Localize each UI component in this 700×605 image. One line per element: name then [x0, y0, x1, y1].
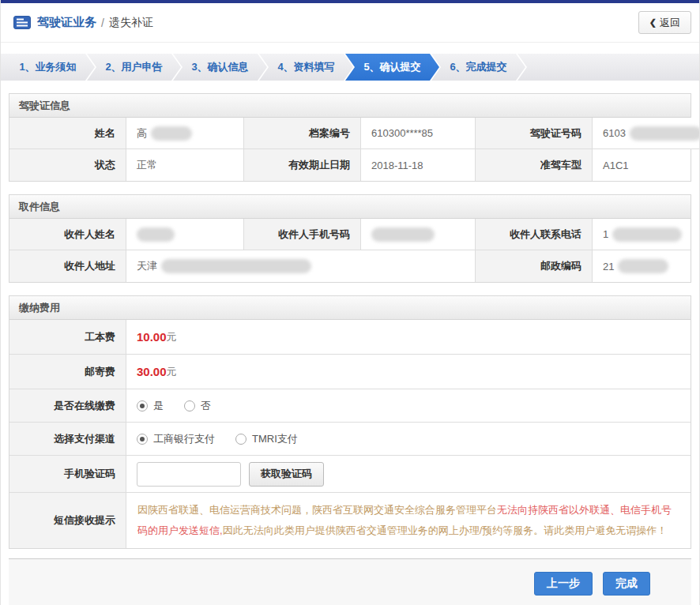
radio-label-icbc: 工商银行支付	[153, 432, 215, 446]
fee-row-card: 工本费 10.00 元	[9, 320, 691, 355]
form-list-icon	[13, 16, 31, 29]
radio-label-no: 否	[201, 399, 211, 413]
field-value-card-fee: 10.00 元	[126, 320, 691, 355]
field-label-vehicle-class: 准驾车型	[476, 149, 593, 181]
pickup-table-row: 收件人姓名 收件人手机号码 收件人联系电话 1	[9, 219, 691, 250]
radio-circle-icon	[184, 400, 195, 411]
field-value-mail-fee: 30.00 元	[126, 355, 691, 389]
radio-online-pay-yes[interactable]: 是	[137, 399, 164, 413]
redaction-blur	[618, 259, 668, 273]
field-value-postcode: 21	[593, 250, 691, 282]
field-label-expiry-date: 有效期止日期	[244, 149, 361, 181]
field-value-file-number: 610300****85	[361, 118, 476, 149]
breadcrumb-divider: /	[101, 17, 104, 29]
radio-circle-icon	[137, 400, 148, 411]
field-label-recipient-mobile: 收件人手机号码	[244, 219, 361, 250]
radio-channel-tmri[interactable]: TMRI支付	[235, 432, 298, 446]
pickup-section-title: 取件信息	[9, 195, 691, 219]
sms-code-input[interactable]	[137, 462, 241, 487]
field-label-name: 姓名	[9, 118, 126, 149]
field-label-status: 状态	[9, 149, 126, 181]
mail-fee-unit: 元	[167, 365, 177, 379]
recipient-address-text: 天津	[137, 259, 157, 273]
field-label-online-pay: 是否在线缴费	[9, 389, 126, 423]
field-label-postcode: 邮政编码	[476, 250, 593, 282]
field-label-sms-code: 手机验证码	[9, 456, 126, 493]
radio-label-tmri: TMRI支付	[252, 432, 298, 446]
step-tab-3[interactable]: 3、确认信息	[173, 54, 267, 81]
previous-step-button[interactable]: 上一步	[534, 572, 593, 596]
field-label-recipient-address: 收件人地址	[9, 250, 126, 282]
footer-action-bar: 上一步 完成	[9, 558, 691, 605]
field-value-status: 正常	[126, 149, 244, 181]
notice-segment: 因此无法向此类用户提供陕西省交通管理业务的网上办理/预约等服务。请此类用户避免无…	[223, 524, 668, 536]
field-value-recipient-mobile	[361, 219, 476, 250]
back-chevron-icon: ❮	[649, 17, 657, 28]
postcode-text: 21	[603, 261, 614, 272]
field-value-pay-channel: 工商银行支付 TMRI支付	[126, 423, 691, 456]
card-fee-unit: 元	[167, 330, 177, 344]
field-label-recipient-name: 收件人姓名	[9, 219, 126, 250]
step-tab-1[interactable]: 1、业务须知	[1, 54, 95, 81]
field-value-vehicle-class: A1C1	[593, 149, 691, 181]
field-label-mail-fee: 邮寄费	[9, 355, 126, 389]
field-label-sms-notice: 短信接收提示	[9, 493, 126, 548]
sms-notice-text: 因陕西省联通、电信运营商技术问题，陕西省互联网交通安全综合服务管理平台无法向持陕…	[126, 493, 691, 548]
field-value-recipient-name	[126, 219, 244, 250]
field-value-license-number: 6103	[593, 118, 700, 149]
back-button-label: 返回	[660, 16, 680, 30]
status-text: 正常	[137, 158, 157, 172]
file-number-text: 610300****85	[371, 127, 433, 139]
step-progress-bar: 1、业务须知 2、用户申告 3、确认信息 4、资料填写 5、确认提交 6、完成提…	[1, 54, 699, 81]
fee-row-mail: 邮寄费 30.00 元	[9, 355, 691, 389]
redaction-blur	[161, 259, 311, 273]
field-value-recipient-address: 天津	[126, 250, 476, 282]
page-header: 驾驶证业务 / 遗失补证 ❮ 返回	[1, 3, 699, 43]
fees-section-title: 缴纳费用	[9, 296, 691, 320]
fee-row-channel: 选择支付渠道 工商银行支付 TMRI支付	[9, 423, 691, 456]
pickup-info-section: 取件信息 收件人姓名 收件人手机号码 收件人联系电话 1 收件人地址 天津 邮政…	[9, 194, 691, 283]
field-value-recipient-phone: 1	[593, 219, 691, 250]
redaction-blur	[630, 126, 700, 141]
pickup-table-row: 收件人地址 天津 邮政编码 21	[9, 250, 691, 282]
card-fee-amount: 10.00	[137, 330, 167, 344]
fees-section: 缴纳费用 工本费 10.00 元 邮寄费 30.00 元 是否在线缴费 是	[9, 295, 691, 549]
field-value-name: 高	[126, 118, 244, 149]
recipient-phone-text: 1	[603, 228, 608, 240]
license-info-section: 驾驶证信息 姓名 高 档案编号 610300****85 驾驶证号码 6103 …	[9, 93, 691, 182]
redaction-blur	[137, 227, 175, 242]
license-table-row: 姓名 高 档案编号 610300****85 驾驶证号码 6103	[9, 118, 691, 149]
redaction-blur	[371, 227, 435, 242]
field-value-sms-code: 获取验证码	[126, 456, 691, 493]
get-code-button[interactable]: 获取验证码	[249, 462, 324, 487]
fee-row-online-pay: 是否在线缴费 是 否	[9, 389, 691, 423]
license-section-title: 驾驶证信息	[9, 94, 691, 118]
license-table-row: 状态 正常 有效期止日期 2018-11-18 准驾车型 A1C1	[9, 149, 691, 181]
redaction-blur	[612, 227, 682, 242]
finish-button[interactable]: 完成	[603, 572, 650, 596]
step-tab-5[interactable]: 5、确认提交	[345, 54, 439, 81]
step-bar-filler	[517, 54, 699, 81]
page: 驾驶证业务 / 遗失补证 ❮ 返回 1、业务须知 2、用户申告 3、确认信息 4…	[0, 0, 700, 605]
step-tab-2[interactable]: 2、用户申告	[87, 54, 181, 81]
step-tab-6[interactable]: 6、完成提交	[431, 54, 525, 81]
mail-fee-amount: 30.00	[137, 365, 167, 378]
field-label-license-number: 驾驶证号码	[476, 118, 593, 149]
field-value-expiry-date: 2018-11-18	[361, 149, 476, 181]
step-tab-4[interactable]: 4、资料填写	[259, 54, 353, 81]
name-value-text: 高	[137, 126, 147, 141]
radio-circle-icon	[235, 434, 247, 445]
breadcrumb-current: 遗失补证	[109, 16, 153, 30]
fee-row-sms-notice: 短信接收提示 因陕西省联通、电信运营商技术问题，陕西省互联网交通安全综合服务管理…	[9, 493, 691, 548]
radio-online-pay-no[interactable]: 否	[184, 399, 211, 413]
notice-segment: 因陕西省联通、电信运营商技术问题，陕西省互联网交通安全综合服务管理平台	[137, 504, 497, 516]
vehicle-class-text: A1C1	[603, 160, 629, 171]
field-value-sms-notice: 因陕西省联通、电信运营商技术问题，陕西省互联网交通安全综合服务管理平台无法向持陕…	[126, 493, 691, 548]
expiry-date-text: 2018-11-18	[371, 160, 423, 171]
field-label-card-fee: 工本费	[9, 320, 126, 355]
back-button[interactable]: ❮ 返回	[638, 11, 691, 34]
field-label-pay-channel: 选择支付渠道	[9, 423, 126, 456]
page-title: 驾驶证业务	[37, 15, 96, 30]
field-value-online-pay: 是 否	[126, 389, 691, 423]
radio-channel-icbc[interactable]: 工商银行支付	[137, 432, 215, 446]
